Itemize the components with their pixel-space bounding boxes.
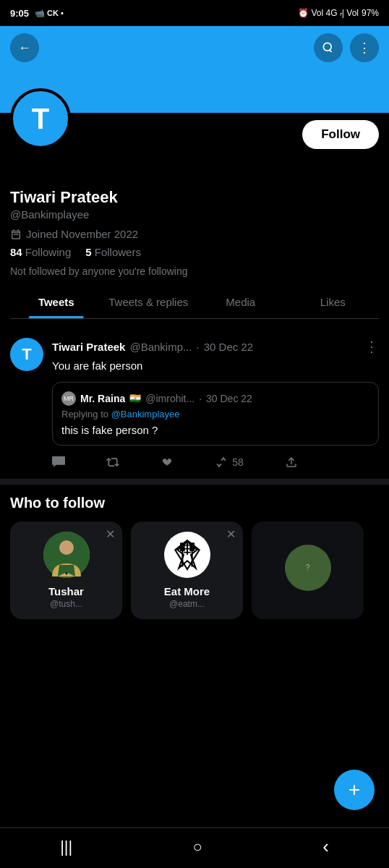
following-label: Following: [25, 246, 71, 258]
compose-fab[interactable]: +: [334, 770, 375, 810]
tweet-text: You are fak person: [52, 358, 379, 375]
retweet-action[interactable]: [106, 456, 119, 469]
more-icon: ⋮: [358, 40, 371, 56]
tweet-name: Tiwari Prateek: [52, 341, 125, 353]
svg-point-1: [59, 540, 74, 555]
avatar-wrap: T: [10, 88, 71, 149]
like-action[interactable]: [161, 456, 174, 469]
tab-tweets-replies[interactable]: Tweets & replies: [103, 286, 195, 318]
back-button[interactable]: ←: [10, 33, 39, 62]
tweet-actions: 58: [52, 456, 298, 469]
like-icon: [161, 456, 174, 469]
quote-tweet: MR Mr. Raina 🇮🇳 @imrohit... · 30 Dec 22 …: [52, 382, 379, 446]
status-bar: 9:05 📹 CK • ⏰ Vol 4G ᵣ| Vol 97%: [0, 0, 389, 26]
eatmore-avatar: [164, 532, 210, 578]
more-button[interactable]: ⋮: [350, 33, 379, 62]
status-battery: 97%: [362, 8, 379, 18]
tab-tweets-label: Tweets: [38, 296, 74, 308]
join-date-text: Joined November 2022: [26, 228, 138, 240]
profile-handle: @Bankimplayee: [10, 208, 379, 221]
tab-tweets[interactable]: Tweets: [10, 286, 103, 318]
who-to-follow-title: Who to follow: [10, 495, 379, 511]
quote-name: Mr. Raina: [80, 393, 125, 404]
join-date: Joined November 2022: [10, 228, 379, 240]
profile-banner: ← ⋮ T: [0, 26, 389, 113]
share-icon: [285, 456, 298, 469]
tweet-content: Tiwari Prateek @Bankimp... · 30 Dec 22 ⋮…: [52, 338, 379, 469]
quote-text: this is fake person ?: [61, 424, 369, 436]
header-right-buttons: ⋮: [314, 33, 379, 62]
tab-tweets-replies-label: Tweets & replies: [108, 296, 188, 308]
nav-recents[interactable]: ‹: [322, 835, 329, 858]
status-time: 9:05: [10, 8, 29, 19]
fab-icon: +: [349, 778, 360, 801]
eatmore-name: Eat More: [140, 585, 234, 597]
following-stat[interactable]: 84 Following: [10, 246, 71, 258]
tweet-time: 30 Dec 22: [204, 341, 253, 353]
close-card-eatmore[interactable]: ✕: [226, 527, 236, 541]
quote-time: 30 Dec 22: [206, 393, 252, 404]
follow-button[interactable]: Follow: [302, 120, 379, 149]
tushar-subtitle: @tush...: [19, 599, 114, 609]
profile-tabs: Tweets Tweets & replies Media Likes: [10, 286, 379, 319]
views-action[interactable]: 58: [215, 456, 244, 469]
followers-label: Followers: [95, 246, 141, 258]
quote-handle: @imrohit...: [145, 393, 194, 404]
follow-card-eatmore: ✕: [131, 522, 243, 619]
follow-card-tushar: ✕ Tushar @tush...: [10, 522, 122, 619]
quote-reply: Replying to @Bankimplayee: [61, 409, 369, 420]
eatmore-logo: [169, 537, 205, 573]
not-followed-text: Not followed by anyone you're following: [10, 265, 379, 277]
tweet-header: Tiwari Prateek @Bankimp... · 30 Dec 22 ⋮: [52, 338, 379, 355]
who-to-follow-section: Who to follow ✕ Tushar @tush...: [0, 479, 389, 619]
tab-media[interactable]: Media: [194, 286, 287, 318]
tweet-handle: @Bankimp...: [129, 341, 192, 353]
tab-likes[interactable]: Likes: [287, 286, 380, 318]
nav-back[interactable]: ○: [193, 838, 202, 856]
quote-dot: ·: [199, 393, 202, 404]
quote-reply-handle[interactable]: @Bankimplayee: [111, 409, 180, 420]
status-network: ⏰ Vol 4G ᵣ| Vol: [298, 8, 359, 18]
followers-count: 5: [85, 246, 91, 258]
views-count: 58: [232, 456, 244, 468]
close-card-tushar[interactable]: ✕: [106, 527, 115, 541]
tushar-name: Tushar: [19, 585, 114, 597]
tushar-avatar: [43, 532, 90, 578]
status-left: 9:05 📹 CK •: [10, 8, 64, 19]
quote-header: MR Mr. Raina 🇮🇳 @imrohit... · 30 Dec 22: [61, 391, 369, 406]
quote-avatar: MR: [61, 391, 76, 406]
tushar-avatar-img: [43, 532, 90, 578]
tweet-avatar-letter: T: [22, 345, 31, 364]
tweet-area: T Tiwari Prateek @Bankimp... · 30 Dec 22…: [0, 328, 389, 479]
reply-icon: [52, 456, 65, 469]
status-right: ⏰ Vol 4G ᵣ| Vol 97%: [298, 8, 379, 18]
status-icons: 📹 CK •: [35, 9, 64, 18]
eatmore-subtitle: @eatm...: [140, 599, 234, 609]
search-icon: [321, 41, 335, 55]
retweet-icon: [106, 456, 119, 469]
search-button[interactable]: [314, 33, 343, 62]
share-action[interactable]: [285, 456, 298, 469]
header-controls: ← ⋮: [0, 26, 389, 69]
follow-card-partial: ?: [252, 522, 364, 619]
reply-action[interactable]: [52, 456, 65, 469]
quote-flag: 🇮🇳: [129, 393, 141, 404]
tweet-card: T Tiwari Prateek @Bankimp... · 30 Dec 22…: [10, 338, 379, 469]
bottom-nav: ||| ○ ‹: [0, 827, 389, 868]
follow-cards: ✕ Tushar @tush... ✕: [10, 522, 379, 619]
follow-stats: 84 Following 5 Followers: [10, 246, 379, 258]
following-count: 84: [10, 246, 22, 258]
tab-likes-label: Likes: [320, 296, 346, 308]
tweet-dot: ·: [197, 341, 200, 353]
avatar: T: [10, 88, 71, 149]
followers-stat[interactable]: 5 Followers: [85, 246, 141, 258]
partial-avatar: ?: [285, 545, 331, 591]
avatar-letter: T: [32, 103, 49, 135]
views-icon: [215, 456, 228, 469]
tab-media-label: Media: [226, 296, 255, 308]
tweet-more-button[interactable]: ⋮: [364, 338, 379, 355]
profile-name: Tiwari Prateek: [10, 188, 379, 207]
nav-home[interactable]: |||: [60, 838, 72, 856]
calendar-icon: [10, 229, 22, 240]
tweet-avatar: T: [10, 338, 43, 371]
